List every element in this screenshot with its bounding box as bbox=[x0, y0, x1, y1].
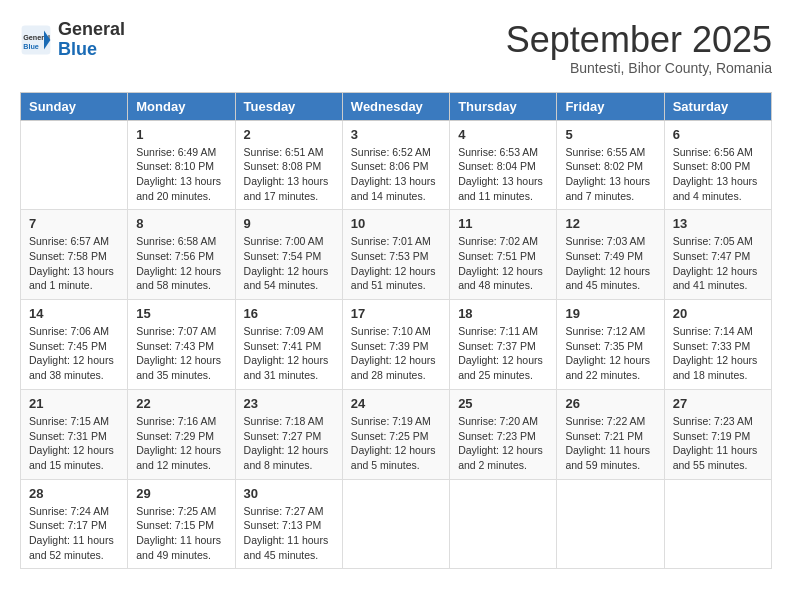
day-number: 30 bbox=[244, 486, 334, 501]
calendar-cell: 8Sunrise: 6:58 AM Sunset: 7:56 PM Daylig… bbox=[128, 210, 235, 300]
day-info: Sunrise: 6:49 AM Sunset: 8:10 PM Dayligh… bbox=[136, 145, 226, 204]
calendar-cell: 19Sunrise: 7:12 AM Sunset: 7:35 PM Dayli… bbox=[557, 300, 664, 390]
day-info: Sunrise: 7:19 AM Sunset: 7:25 PM Dayligh… bbox=[351, 414, 441, 473]
calendar-header-thursday: Thursday bbox=[450, 92, 557, 120]
calendar-cell: 21Sunrise: 7:15 AM Sunset: 7:31 PM Dayli… bbox=[21, 389, 128, 479]
day-number: 7 bbox=[29, 216, 119, 231]
calendar-cell: 11Sunrise: 7:02 AM Sunset: 7:51 PM Dayli… bbox=[450, 210, 557, 300]
calendar-cell: 18Sunrise: 7:11 AM Sunset: 7:37 PM Dayli… bbox=[450, 300, 557, 390]
day-info: Sunrise: 7:00 AM Sunset: 7:54 PM Dayligh… bbox=[244, 234, 334, 293]
day-number: 27 bbox=[673, 396, 763, 411]
calendar-cell: 23Sunrise: 7:18 AM Sunset: 7:27 PM Dayli… bbox=[235, 389, 342, 479]
day-number: 26 bbox=[565, 396, 655, 411]
calendar-cell: 1Sunrise: 6:49 AM Sunset: 8:10 PM Daylig… bbox=[128, 120, 235, 210]
title-block: September 2025 Buntesti, Bihor County, R… bbox=[506, 20, 772, 76]
day-number: 12 bbox=[565, 216, 655, 231]
day-number: 8 bbox=[136, 216, 226, 231]
day-info: Sunrise: 7:05 AM Sunset: 7:47 PM Dayligh… bbox=[673, 234, 763, 293]
calendar-cell: 3Sunrise: 6:52 AM Sunset: 8:06 PM Daylig… bbox=[342, 120, 449, 210]
day-number: 14 bbox=[29, 306, 119, 321]
calendar-cell bbox=[664, 479, 771, 569]
day-number: 5 bbox=[565, 127, 655, 142]
day-number: 15 bbox=[136, 306, 226, 321]
svg-text:Blue: Blue bbox=[23, 42, 39, 51]
calendar-cell bbox=[450, 479, 557, 569]
calendar-cell: 4Sunrise: 6:53 AM Sunset: 8:04 PM Daylig… bbox=[450, 120, 557, 210]
day-info: Sunrise: 7:07 AM Sunset: 7:43 PM Dayligh… bbox=[136, 324, 226, 383]
day-info: Sunrise: 6:56 AM Sunset: 8:00 PM Dayligh… bbox=[673, 145, 763, 204]
calendar-header-friday: Friday bbox=[557, 92, 664, 120]
day-info: Sunrise: 7:01 AM Sunset: 7:53 PM Dayligh… bbox=[351, 234, 441, 293]
calendar-cell: 7Sunrise: 6:57 AM Sunset: 7:58 PM Daylig… bbox=[21, 210, 128, 300]
day-info: Sunrise: 7:10 AM Sunset: 7:39 PM Dayligh… bbox=[351, 324, 441, 383]
calendar-cell bbox=[342, 479, 449, 569]
calendar-cell: 16Sunrise: 7:09 AM Sunset: 7:41 PM Dayli… bbox=[235, 300, 342, 390]
day-info: Sunrise: 7:09 AM Sunset: 7:41 PM Dayligh… bbox=[244, 324, 334, 383]
day-number: 4 bbox=[458, 127, 548, 142]
day-info: Sunrise: 7:16 AM Sunset: 7:29 PM Dayligh… bbox=[136, 414, 226, 473]
calendar-header-sunday: Sunday bbox=[21, 92, 128, 120]
day-number: 2 bbox=[244, 127, 334, 142]
calendar-header-wednesday: Wednesday bbox=[342, 92, 449, 120]
day-number: 25 bbox=[458, 396, 548, 411]
calendar-cell: 20Sunrise: 7:14 AM Sunset: 7:33 PM Dayli… bbox=[664, 300, 771, 390]
day-info: Sunrise: 7:03 AM Sunset: 7:49 PM Dayligh… bbox=[565, 234, 655, 293]
day-number: 6 bbox=[673, 127, 763, 142]
day-number: 23 bbox=[244, 396, 334, 411]
day-number: 17 bbox=[351, 306, 441, 321]
calendar-cell: 2Sunrise: 6:51 AM Sunset: 8:08 PM Daylig… bbox=[235, 120, 342, 210]
day-info: Sunrise: 7:15 AM Sunset: 7:31 PM Dayligh… bbox=[29, 414, 119, 473]
day-number: 19 bbox=[565, 306, 655, 321]
calendar-cell: 13Sunrise: 7:05 AM Sunset: 7:47 PM Dayli… bbox=[664, 210, 771, 300]
calendar-cell: 15Sunrise: 7:07 AM Sunset: 7:43 PM Dayli… bbox=[128, 300, 235, 390]
calendar-cell: 30Sunrise: 7:27 AM Sunset: 7:13 PM Dayli… bbox=[235, 479, 342, 569]
calendar-cell: 5Sunrise: 6:55 AM Sunset: 8:02 PM Daylig… bbox=[557, 120, 664, 210]
day-info: Sunrise: 6:52 AM Sunset: 8:06 PM Dayligh… bbox=[351, 145, 441, 204]
day-number: 13 bbox=[673, 216, 763, 231]
calendar-cell: 24Sunrise: 7:19 AM Sunset: 7:25 PM Dayli… bbox=[342, 389, 449, 479]
calendar-week-2: 7Sunrise: 6:57 AM Sunset: 7:58 PM Daylig… bbox=[21, 210, 772, 300]
calendar-header-monday: Monday bbox=[128, 92, 235, 120]
location-subtitle: Buntesti, Bihor County, Romania bbox=[506, 60, 772, 76]
calendar-cell: 14Sunrise: 7:06 AM Sunset: 7:45 PM Dayli… bbox=[21, 300, 128, 390]
calendar-cell: 26Sunrise: 7:22 AM Sunset: 7:21 PM Dayli… bbox=[557, 389, 664, 479]
calendar-header-tuesday: Tuesday bbox=[235, 92, 342, 120]
day-info: Sunrise: 7:02 AM Sunset: 7:51 PM Dayligh… bbox=[458, 234, 548, 293]
day-number: 18 bbox=[458, 306, 548, 321]
day-number: 21 bbox=[29, 396, 119, 411]
day-info: Sunrise: 7:27 AM Sunset: 7:13 PM Dayligh… bbox=[244, 504, 334, 563]
day-info: Sunrise: 7:06 AM Sunset: 7:45 PM Dayligh… bbox=[29, 324, 119, 383]
calendar-cell: 25Sunrise: 7:20 AM Sunset: 7:23 PM Dayli… bbox=[450, 389, 557, 479]
day-number: 22 bbox=[136, 396, 226, 411]
calendar-cell: 22Sunrise: 7:16 AM Sunset: 7:29 PM Dayli… bbox=[128, 389, 235, 479]
day-number: 28 bbox=[29, 486, 119, 501]
calendar-table: SundayMondayTuesdayWednesdayThursdayFrid… bbox=[20, 92, 772, 570]
day-number: 29 bbox=[136, 486, 226, 501]
day-info: Sunrise: 7:24 AM Sunset: 7:17 PM Dayligh… bbox=[29, 504, 119, 563]
day-number: 9 bbox=[244, 216, 334, 231]
day-number: 10 bbox=[351, 216, 441, 231]
day-number: 11 bbox=[458, 216, 548, 231]
calendar-week-1: 1Sunrise: 6:49 AM Sunset: 8:10 PM Daylig… bbox=[21, 120, 772, 210]
calendar-body: 1Sunrise: 6:49 AM Sunset: 8:10 PM Daylig… bbox=[21, 120, 772, 569]
day-info: Sunrise: 7:12 AM Sunset: 7:35 PM Dayligh… bbox=[565, 324, 655, 383]
day-number: 20 bbox=[673, 306, 763, 321]
calendar-cell: 12Sunrise: 7:03 AM Sunset: 7:49 PM Dayli… bbox=[557, 210, 664, 300]
calendar-week-5: 28Sunrise: 7:24 AM Sunset: 7:17 PM Dayli… bbox=[21, 479, 772, 569]
calendar-cell bbox=[557, 479, 664, 569]
day-info: Sunrise: 6:51 AM Sunset: 8:08 PM Dayligh… bbox=[244, 145, 334, 204]
calendar-week-4: 21Sunrise: 7:15 AM Sunset: 7:31 PM Dayli… bbox=[21, 389, 772, 479]
day-number: 1 bbox=[136, 127, 226, 142]
calendar-cell: 28Sunrise: 7:24 AM Sunset: 7:17 PM Dayli… bbox=[21, 479, 128, 569]
day-number: 24 bbox=[351, 396, 441, 411]
calendar-cell: 17Sunrise: 7:10 AM Sunset: 7:39 PM Dayli… bbox=[342, 300, 449, 390]
day-info: Sunrise: 6:55 AM Sunset: 8:02 PM Dayligh… bbox=[565, 145, 655, 204]
day-info: Sunrise: 7:23 AM Sunset: 7:19 PM Dayligh… bbox=[673, 414, 763, 473]
calendar-header-saturday: Saturday bbox=[664, 92, 771, 120]
day-number: 16 bbox=[244, 306, 334, 321]
logo-text: General Blue bbox=[58, 20, 125, 60]
calendar-cell: 9Sunrise: 7:00 AM Sunset: 7:54 PM Daylig… bbox=[235, 210, 342, 300]
day-info: Sunrise: 6:57 AM Sunset: 7:58 PM Dayligh… bbox=[29, 234, 119, 293]
month-title: September 2025 bbox=[506, 20, 772, 60]
calendar-header-row: SundayMondayTuesdayWednesdayThursdayFrid… bbox=[21, 92, 772, 120]
